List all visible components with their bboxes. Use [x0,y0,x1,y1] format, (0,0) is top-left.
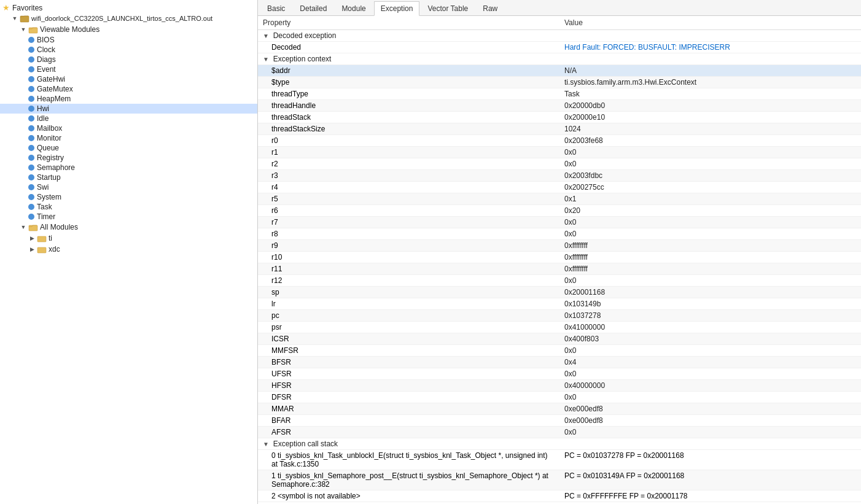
value-cell: 0x0 [559,147,861,158]
all-modules-folder-icon [28,222,38,232]
module-item-event[interactable]: Event [0,64,257,74]
viewable-modules-header[interactable]: ▼ Viewable Modules [0,24,257,35]
value-cell: 0x103149b [559,298,861,310]
prop-cell: 2 <symbol is not available> [258,490,559,502]
table-row: r90xffffffff [258,240,861,252]
tab-raw[interactable]: Raw [476,1,504,15]
table-row: ICSR0x400f803 [258,333,861,345]
module-item-hwi[interactable]: Hwi [0,104,257,114]
module-item-monitor[interactable]: Monitor [0,133,257,143]
table-row: pc0x1037278 [258,310,861,322]
module-label: Idle [37,114,49,123]
module-item-diags[interactable]: Diags [0,55,257,64]
root-file[interactable]: ▼ wifi_doorlock_CC3220S_LAUNCHXL_tirtos_… [0,13,257,24]
tab-detailed[interactable]: Detailed [293,1,333,15]
favorites-header[interactable]: ★ Favorites [0,2,257,13]
value-cell: 0x200275cc [559,182,861,193]
xdc-label: xdc [49,245,60,254]
svg-rect-4 [37,247,46,253]
value-cell: 0xffffffff [559,263,861,275]
table-row: r60x20 [258,205,861,217]
prop-cell: 1 ti_sysbios_knl_Semaphore_post__E(struc… [258,470,559,490]
svg-rect-1 [29,28,37,33]
table-row: BFSR0x4 [258,357,861,368]
module-label: Task [37,203,52,211]
value-cell: 0x2003fdbc [559,170,861,182]
module-label: Queue [37,144,59,152]
table-row: r10x0 [258,147,861,158]
table-row: $typeti.sysbios.family.arm.m3.Hwi.ExcCon… [258,77,861,88]
module-item-registry[interactable]: Registry [0,153,257,163]
module-item-heapmem[interactable]: HeapMem [0,94,257,104]
dot-icon [28,125,34,131]
module-label: Event [37,65,56,74]
prop-cell: $type [258,77,559,88]
value-cell: 0x0 [559,275,861,287]
prop-cell: r2 [258,158,559,170]
prop-cell: threadStackSize [258,123,559,135]
value-cell: 0x41000000 [559,322,861,333]
prop-cell: BFAR [258,415,559,427]
table-row: lr0x103149b [258,298,861,310]
module-item-gatehwi[interactable]: GateHwi [0,74,257,84]
section-header-2: ▼ Exception call stack [258,438,861,450]
value-cell: 0x0 [559,345,861,357]
section-header-0: ▼ Decoded exception [258,30,861,42]
prop-cell: r8 [258,228,559,240]
value-cell: 0x40000000 [559,380,861,392]
tab-basic[interactable]: Basic [260,1,292,15]
prop-cell: ICSR [258,333,559,345]
root-file-label: wifi_doorlock_CC3220S_LAUNCHXL_tirtos_cc… [31,15,212,22]
table-row: threadStack0x20000e10 [258,112,861,123]
module-item-idle[interactable]: Idle [0,114,257,123]
table-row: 0 ti_sysbios_knl_Task_unblockI_E(struct … [258,450,861,470]
value-cell: 0xe000edf8 [559,403,861,415]
module-item-bios[interactable]: BIOS [0,35,257,45]
tab-exception[interactable]: Exception [374,1,420,16]
favorites-label: Favorites [12,4,42,12]
table-row: HFSR0x40000000 [258,380,861,392]
prop-cell: UFSR [258,368,559,380]
value-cell: ti.sysbios.family.arm.m3.Hwi.ExcContext [559,77,861,88]
module-item-gatemutex[interactable]: GateMutex [0,84,257,94]
module-item-startup[interactable]: Startup [0,173,257,182]
sub-folder-xdc[interactable]: ▶ xdc [0,244,257,255]
value-cell: 1024 [559,123,861,135]
module-label: Diags [37,55,56,64]
module-label: Clock [37,45,55,54]
dot-icon [28,56,34,63]
prop-cell: r3 [258,170,559,182]
section-collapse-icon[interactable]: ▼ [263,56,271,63]
table-row: BFAR0xe000edf8 [258,415,861,427]
module-item-semaphore[interactable]: Semaphore [0,163,257,173]
col-value: Value [559,16,861,30]
tab-module[interactable]: Module [335,1,372,15]
prop-cell: AFSR [258,427,559,438]
section-collapse-icon[interactable]: ▼ [263,441,271,448]
module-item-mailbox[interactable]: Mailbox [0,123,257,133]
section-collapse-icon[interactable]: ▼ [263,33,271,39]
all-modules-header[interactable]: ▼ All Modules [0,222,257,233]
table-row: r110xffffffff [258,263,861,275]
dot-icon [28,86,34,92]
prop-cell: MMAR [258,403,559,415]
module-item-clock[interactable]: Clock [0,45,257,55]
folder-icon [28,25,38,34]
sub-folder-ti[interactable]: ▶ ti [0,233,257,244]
value-cell: 0xffffffff [559,252,861,263]
module-item-system[interactable]: System [0,192,257,202]
prop-cell: DFSR [258,392,559,403]
tab-vector-table[interactable]: Vector Table [421,1,475,15]
prop-cell: threadHandle [258,100,559,112]
module-item-queue[interactable]: Queue [0,143,257,153]
prop-cell: psr [258,322,559,333]
table-row: r00x2003fe68 [258,135,861,147]
table-row: r50x1 [258,193,861,205]
properties-table: Property Value ▼ Decoded exceptionDecode… [258,16,861,502]
module-item-task[interactable]: Task [0,202,257,212]
all-modules-label: All Modules [40,223,78,231]
table-row: threadTypeTask [258,88,861,100]
module-item-timer[interactable]: Timer [0,212,257,222]
module-item-swi[interactable]: Swi [0,182,257,192]
value-cell: 0x2003fe68 [559,135,861,147]
